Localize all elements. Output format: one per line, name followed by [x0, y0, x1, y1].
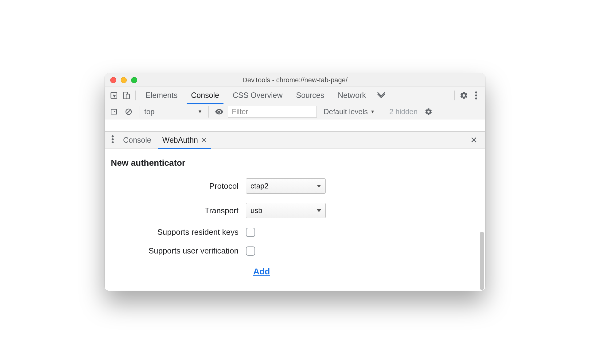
svg-point-3: [475, 91, 477, 94]
window-title: DevTools - chrome://new-tab-page/: [105, 76, 485, 84]
drawer-menu-icon[interactable]: [108, 135, 118, 145]
device-toolbar-icon[interactable]: [120, 89, 132, 102]
inspect-element-icon[interactable]: [108, 89, 120, 102]
svg-line-10: [127, 110, 130, 114]
window-controls: [105, 77, 137, 83]
close-window-button[interactable]: [110, 77, 116, 83]
transport-value: usb: [250, 206, 262, 215]
console-sidebar-toggle-icon[interactable]: [108, 106, 120, 118]
console-output-area: [105, 119, 485, 132]
protocol-value: ctap2: [250, 182, 269, 190]
devtools-window: DevTools - chrome://new-tab-page/ Elemen…: [105, 73, 485, 291]
chevron-down-icon: ▼: [370, 109, 375, 114]
console-toolbar: top ▼ Default levels ▼ 2 hidden: [105, 104, 485, 119]
filter-input[interactable]: [228, 106, 317, 118]
resident-keys-checkbox[interactable]: [246, 228, 255, 237]
separator: [135, 91, 136, 100]
clear-console-icon[interactable]: [122, 106, 135, 118]
close-tab-icon[interactable]: ✕: [201, 136, 207, 144]
transport-select[interactable]: usb: [246, 203, 326, 218]
tab-sources[interactable]: Sources: [289, 87, 331, 104]
chevron-down-icon: [317, 209, 321, 212]
svg-point-13: [112, 141, 114, 143]
main-toolbar: Elements Console CSS Overview Sources Ne…: [105, 87, 485, 104]
tab-network[interactable]: Network: [331, 87, 373, 104]
main-tabs: Elements Console CSS Overview Sources Ne…: [139, 87, 373, 104]
hidden-messages-count[interactable]: 2 hidden: [384, 107, 420, 116]
svg-point-4: [475, 94, 477, 96]
separator: [454, 91, 455, 100]
drawer-toolbar: Console WebAuthn ✕ ✕: [105, 132, 485, 149]
panel-heading: New authenticator: [111, 158, 485, 168]
context-label: top: [144, 107, 154, 116]
transport-label: Transport: [111, 206, 246, 215]
scrollbar-thumb[interactable]: [480, 232, 484, 290]
drawer-tab-label: Console: [123, 136, 151, 145]
user-verification-checkbox[interactable]: [246, 246, 255, 256]
protocol-label: Protocol: [111, 181, 246, 191]
context-selector[interactable]: top ▼: [139, 106, 209, 118]
drawer-tab-webauthn[interactable]: WebAuthn ✕: [157, 132, 212, 149]
user-verification-label: Supports user verification: [111, 246, 246, 256]
live-expression-icon[interactable]: [213, 106, 225, 118]
console-settings-icon[interactable]: [422, 106, 435, 118]
log-levels-label: Default levels: [324, 107, 368, 116]
chevron-down-icon: ▼: [197, 109, 202, 114]
svg-rect-6: [111, 109, 117, 114]
authenticator-form: Protocol ctap2 Transport usb Supports re…: [111, 178, 332, 278]
webauthn-panel: New authenticator Protocol ctap2 Transpo…: [105, 149, 485, 291]
more-tabs-button[interactable]: [373, 91, 390, 100]
resident-keys-label: Supports resident keys: [111, 227, 246, 237]
close-drawer-icon[interactable]: ✕: [465, 135, 482, 145]
tab-elements[interactable]: Elements: [139, 87, 184, 104]
svg-point-12: [112, 138, 114, 140]
log-levels-selector[interactable]: Default levels ▼: [319, 107, 379, 116]
add-button[interactable]: Add: [252, 265, 271, 278]
tab-css-overview[interactable]: CSS Overview: [226, 87, 289, 104]
svg-rect-2: [126, 94, 130, 99]
drawer-tab-console[interactable]: Console: [118, 132, 157, 149]
chevron-down-icon: [317, 185, 321, 188]
svg-point-5: [475, 97, 477, 99]
tab-console[interactable]: Console: [184, 87, 226, 104]
svg-point-11: [112, 135, 114, 137]
maximize-window-button[interactable]: [131, 77, 137, 83]
drawer-tab-label: WebAuthn: [162, 136, 198, 145]
customize-menu-icon[interactable]: [470, 89, 482, 102]
titlebar: DevTools - chrome://new-tab-page/: [105, 73, 485, 87]
svg-marker-8: [114, 111, 115, 112]
minimize-window-button[interactable]: [121, 77, 127, 83]
settings-icon[interactable]: [458, 89, 470, 102]
protocol-select[interactable]: ctap2: [246, 178, 326, 194]
